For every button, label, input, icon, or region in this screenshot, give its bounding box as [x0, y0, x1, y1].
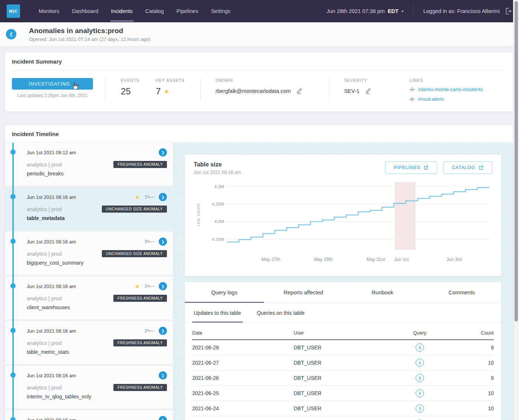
svg-text:Jun 1st: Jun 1st — [394, 257, 409, 262]
query-row-count: 9 — [457, 375, 494, 381]
open-event-button[interactable]: ❯ — [159, 416, 167, 420]
star-icon: ★ — [135, 283, 140, 290]
events-label: EVENTS — [121, 78, 139, 83]
svg-text:4.3M: 4.3M — [215, 184, 224, 189]
external-link-icon — [423, 165, 429, 170]
logged-in-label: Logged in as: Francisco Alberini — [423, 8, 500, 14]
tab-runbook[interactable]: Runbook — [343, 282, 422, 303]
timeline-item-table: periodic_breaks — [27, 171, 167, 177]
column-header-query: Query — [383, 330, 457, 336]
nav-item-monitors[interactable]: Monitors — [38, 1, 60, 22]
subtab-queries-on-this-table[interactable]: Queries on this table — [255, 303, 306, 323]
timeline-item-table: table_metric_stats — [27, 349, 167, 355]
query-row-user: DBT_USER — [294, 406, 383, 411]
status-dropdown-button[interactable]: INVESTIGATING ▾ — [12, 78, 93, 90]
first-occurrence-icon: 1ˢᵗ⟵ — [144, 284, 154, 289]
timeline-item[interactable]: Jun 1st 2021 08:16 am ★ 1ˢᵗ⟵ ❯ analytics… — [5, 277, 173, 319]
timeline-item[interactable]: Jun 1st 2021 08:16 am ★ 1ˢᵗ⟵ ❯ analytics… — [5, 366, 173, 408]
monte-carlo-logo[interactable]: M|C — [7, 4, 20, 18]
open-event-button[interactable]: ❯ — [159, 193, 167, 201]
timeline-item[interactable]: Jun 1st 2021 08:16 am ★ 1ˢᵗ⟵ ❯ analytics… — [5, 232, 173, 275]
timeline-item-dataset: analytics | prod — [27, 251, 102, 257]
open-event-button[interactable]: ❯ — [159, 148, 167, 156]
nav-datetime: Jun 28th 2021 07:36 pm — [327, 8, 385, 14]
query-row-date: 2021-06-24 — [192, 406, 294, 411]
nav-item-catalog[interactable]: Catalog — [145, 1, 165, 22]
anomaly-type-badge: FRESHNESS ANOMALY — [113, 295, 167, 302]
timeline-item[interactable]: Jun 1st 2021 08:16 am ★ 1ˢᵗ⟵ ❯ analytics… — [5, 321, 173, 364]
query-table-row: 2021-06-28 DBT_USER ❯ 9 — [192, 340, 494, 355]
timeline-item-date: Jun 1st 2021 08:16 am — [27, 328, 144, 334]
datetime-selector[interactable]: Jun 28th 2021 07:36 pm EDT ▾ — [327, 8, 404, 14]
timeline-item-date: Jun 1st 2021 09:12 am — [27, 150, 159, 155]
slack-channel-link[interactable]: #mcd-alerts — [410, 96, 483, 102]
first-occurrence-icon: 1ˢᵗ⟵ — [144, 239, 154, 244]
svg-text:row count: row count — [196, 203, 200, 226]
timeline-item[interactable]: Jun 1st 2021 08:16 am ★ 1ˢᵗ⟵ ❯ analytics… — [5, 410, 173, 420]
view-query-button[interactable]: ❯ — [416, 404, 424, 413]
star-icon: ★ — [135, 194, 140, 201]
back-button[interactable]: ❮ — [6, 29, 16, 39]
external-link-icon — [478, 165, 484, 170]
slack-channel-label: #mcd-alerts — [418, 96, 444, 102]
edit-severity-icon[interactable] — [365, 88, 371, 94]
tab-reports-affected[interactable]: Reports affected — [264, 282, 343, 303]
tab-comments[interactable]: Comments — [422, 282, 501, 303]
query-table-row: 2021-06-26 DBT_USER ❯ 9 — [192, 371, 494, 386]
table-size-card: Table size Jun 1st 2021 08:16 am PIPELIN… — [185, 155, 501, 276]
svg-text:May 29th: May 29th — [314, 257, 333, 262]
query-row-count: 10 — [457, 360, 494, 366]
open-event-button[interactable]: ❯ — [159, 238, 167, 246]
slack-icon — [410, 97, 415, 102]
nav-item-settings[interactable]: Settings — [210, 1, 231, 22]
query-row-date: 2021-06-28 — [192, 345, 294, 350]
query-table-row: 2021-06-27 DBT_USER ❯ 10 — [192, 355, 494, 371]
view-query-button[interactable]: ❯ — [416, 359, 424, 367]
open-event-button[interactable]: ❯ — [159, 327, 167, 335]
anomaly-type-badge: FRESHNESS ANOMALY — [113, 384, 167, 391]
page-header: ❮ Anomalies in analytics:prod Opened: Ju… — [0, 22, 519, 46]
view-query-button[interactable]: ❯ — [416, 343, 424, 352]
nav-item-pipelines[interactable]: Pipelines — [176, 1, 199, 22]
first-occurrence-icon: 1ˢᵗ⟵ — [144, 194, 154, 200]
divider — [12, 70, 507, 71]
view-query-button[interactable]: ❯ — [416, 389, 424, 397]
timeline-dot-icon — [10, 194, 16, 199]
slack-channel-label: #demo-monte-carlo-incidents — [418, 87, 483, 92]
anomaly-type-badge: FRESHNESS ANOMALY — [113, 339, 167, 346]
vertical-scrollbar[interactable] — [513, 0, 519, 420]
pipelines-button-label: PIPELINES — [394, 165, 420, 170]
details-card: Query logsReports affectedRunbookComment… — [185, 282, 501, 420]
subtab-updates-to-this-table[interactable]: Updates to this table — [192, 303, 243, 323]
timeline-list: Jun 1st 2021 09:12 am ★ 1ˢᵗ⟵ ❯ analytics… — [5, 143, 173, 420]
open-event-button[interactable]: ❯ — [159, 371, 167, 379]
timeline-item[interactable]: Jun 1st 2021 08:16 am ★ 1ˢᵗ⟵ ❯ analytics… — [5, 187, 173, 230]
view-query-button[interactable]: ❯ — [416, 374, 424, 382]
query-row-user: DBT_USER — [294, 375, 383, 381]
edit-owner-icon[interactable] — [296, 88, 303, 94]
timeline-item-dataset: analytics | prod — [27, 340, 113, 346]
timeline-line — [12, 143, 14, 420]
timeline-item[interactable]: Jun 1st 2021 09:12 am ★ 1ˢᵗ⟵ ❯ analytics… — [5, 143, 173, 185]
timeline-dot-icon — [10, 372, 16, 378]
svg-text:4.25M: 4.25M — [212, 201, 224, 206]
timeline-item-date: Jun 1st 2021 08:16 am — [27, 284, 135, 289]
nav-item-dashboard[interactable]: Dashboard — [71, 1, 99, 22]
open-event-button[interactable]: ❯ — [159, 282, 167, 290]
scrollbar-thumb[interactable] — [515, 1, 518, 322]
timeline-item-table: client_warehouses — [27, 304, 167, 310]
logout-icon[interactable] — [504, 7, 512, 15]
column-header-count: Count — [457, 330, 494, 336]
tab-query-logs[interactable]: Query logs — [185, 282, 264, 303]
timeline-item-date: Jun 1st 2021 08:16 am — [27, 239, 144, 245]
pipelines-button[interactable]: PIPELINES — [385, 161, 437, 174]
query-row-user: DBT_USER — [294, 345, 383, 350]
slack-channel-link[interactable]: #demo-monte-carlo-incidents — [410, 87, 483, 92]
chevron-left-icon: ❮ — [9, 32, 13, 37]
status-label: INVESTIGATING — [29, 81, 70, 87]
catalog-button[interactable]: CATALOG — [443, 161, 492, 174]
chevron-down-icon: ▾ — [74, 82, 76, 86]
timeline-item-dataset: analytics | prod — [27, 162, 113, 168]
chevron-down-icon: ▾ — [402, 9, 404, 14]
nav-item-incidents[interactable]: Incidents — [110, 1, 133, 22]
